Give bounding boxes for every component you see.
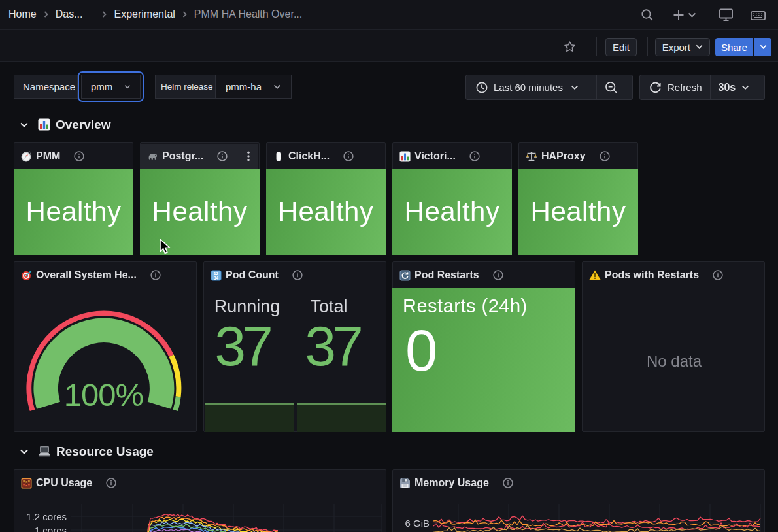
svg-text:34: 34 <box>214 275 219 280</box>
svg-text:100%: 100% <box>64 377 143 412</box>
